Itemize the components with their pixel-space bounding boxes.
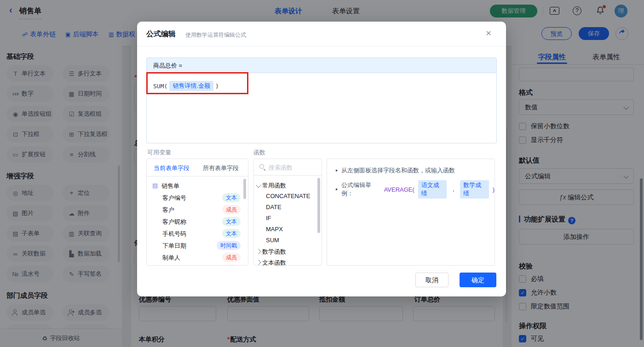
functions-scrollbar[interactable] (317, 178, 320, 233)
type-tag (222, 265, 241, 266)
formula-target: 商品总价 = (147, 58, 496, 73)
formula-editor-area[interactable]: 商品总价 = SUM( 销售详情.金额 ) (146, 57, 497, 143)
function-item[interactable]: SUM (254, 235, 322, 246)
app-root: ‹ 销售单 表单设计 表单设置 数据管理 A ? 理 ☍表单外链 ▣后端脚本 ▥… (0, 0, 644, 347)
type-tag: 文本 (222, 193, 241, 202)
form-doc-icon: ▤ (152, 182, 158, 189)
function-group-text[interactable]: 文本函数 (254, 257, 322, 266)
function-group-common[interactable]: 常用函数 (254, 180, 322, 191)
type-tag: 成员 (222, 253, 241, 262)
variable-row[interactable]: 客户成员 (147, 204, 248, 216)
example-chip: 数学成绩 (460, 180, 489, 199)
function-item[interactable]: DATE (254, 202, 322, 213)
example-chip: 语文成绩 (418, 180, 447, 199)
bullet-icon: • (335, 186, 338, 193)
function-search[interactable]: 搜索函数 (254, 159, 322, 176)
help-line-2: • 公式编辑举例：AVERAGE( 语文成绩 ， 数学成绩 ) (335, 180, 494, 199)
functions-label: 函数 (253, 148, 265, 157)
modal-title: 公式编辑 (146, 29, 176, 39)
example-function: AVERAGE( (384, 186, 414, 193)
type-tag: 文本 (222, 229, 241, 238)
modal-subtitle: 使用数学运算符编辑公式 (185, 31, 246, 39)
help-panel: • 从左侧面板选择字段名和函数，或输入函数 • 公式编辑举例：AVERAGE( … (327, 159, 495, 266)
function-item[interactable]: MAPX (254, 224, 322, 235)
tree-root-row[interactable]: ▤ 销售单 (147, 180, 248, 192)
variable-row[interactable]: 客户昵称文本 (147, 216, 248, 228)
close-icon[interactable]: × (486, 28, 491, 39)
cancel-button[interactable]: 取消 (415, 273, 448, 287)
tab-current-form-fields[interactable]: 当前表单字段 (154, 164, 190, 172)
search-icon (259, 164, 265, 170)
variables-scrollbar[interactable] (243, 179, 246, 199)
chevron-right-icon (256, 249, 261, 254)
modal-header-divider (137, 46, 506, 46)
confirm-button[interactable]: 确定 (460, 273, 496, 287)
tab-all-form-fields[interactable]: 所有表单字段 (203, 164, 239, 172)
formula-editor-modal: 公式编辑 使用数学运算符编辑公式 × 商品总价 = SUM( 销售详情.金额 )… (137, 22, 506, 296)
variable-row-partial[interactable] (147, 263, 248, 266)
variables-tabs: 当前表单字段 所有表单字段 (147, 159, 248, 176)
variable-row[interactable]: 手机号码文本 (147, 228, 248, 239)
red-annotation-rectangle (146, 72, 248, 94)
type-tag: 成员 (222, 205, 241, 214)
bullet-icon: • (335, 167, 338, 174)
functions-panel: 搜索函数 常用函数 CONCATENATE DATE IF MAPX SUM 数… (253, 159, 322, 266)
type-tag: 文本 (222, 217, 241, 226)
variable-row[interactable]: 下单日期时间戳 (147, 239, 248, 251)
chevron-right-icon (256, 260, 261, 265)
help-line-1: • 从左侧面板选择字段名和函数，或输入函数 (335, 166, 455, 175)
variable-row[interactable]: 制单人成员 (147, 251, 248, 263)
chevron-down-icon (256, 182, 261, 188)
function-group-math[interactable]: 数学函数 (254, 246, 322, 257)
type-tag: 时间戳 (217, 241, 241, 250)
search-placeholder: 搜索函数 (269, 164, 293, 172)
function-item[interactable]: IF (254, 213, 322, 224)
function-item[interactable]: CONCATENATE (254, 191, 322, 202)
variables-label: 可用变量 (147, 148, 171, 157)
variable-row[interactable]: 客户编号文本 (147, 192, 248, 204)
variables-panel: 当前表单字段 所有表单字段 ▤ 销售单 客户编号文本 客户成员 客户昵称文本 手… (146, 159, 248, 266)
